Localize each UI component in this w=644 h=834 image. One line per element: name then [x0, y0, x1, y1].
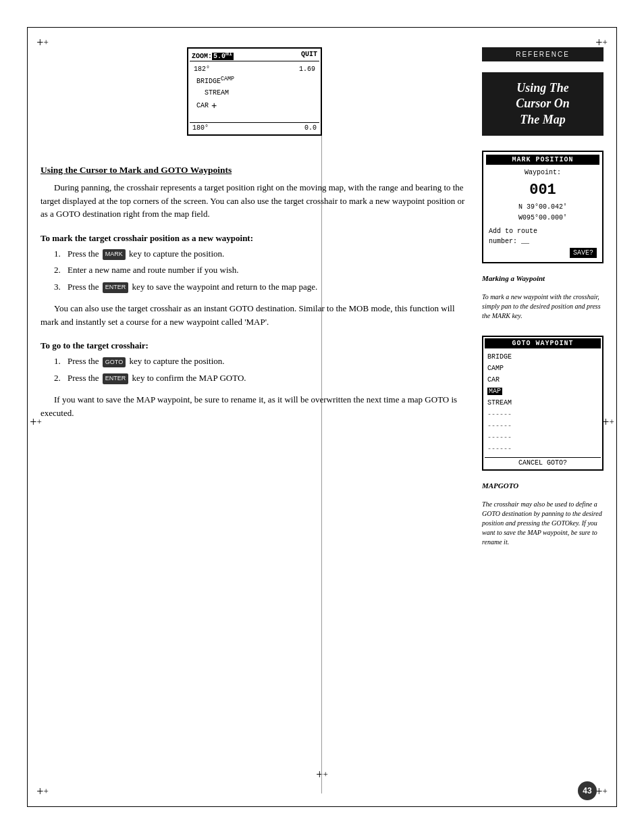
para1: During panning, the crosshair represents…	[41, 181, 468, 221]
map-item-stream: STREAM	[194, 88, 315, 99]
mapgoto-text: The crosshair may also be used to define…	[482, 500, 603, 547]
map-screenshot: ZOOM:5.0mi QUIT 182° 1.69 BRIDGECAMP STR…	[187, 47, 322, 136]
step-4: 1. Press the GOTO key to capture the pos…	[54, 355, 468, 368]
map-header: ZOOM:5.0mi QUIT	[190, 50, 319, 61]
waypoint-number: 001	[489, 178, 597, 202]
steps-list-1: 1. Press the MARK key to capture the pos…	[54, 247, 468, 297]
goto-item-bridge: BRIDGE	[487, 351, 598, 363]
cursor-crosshair: +	[211, 99, 217, 113]
goto-dash-2: ------	[487, 420, 598, 432]
step-1-text: Press the MARK key to capture the positi…	[68, 247, 224, 261]
step-4-text: Press the GOTO key to capture the positi…	[68, 355, 225, 368]
marking-waypoint-text: To mark a new waypoint with the crosshai…	[482, 292, 603, 321]
coord1: N 39°00.042'	[489, 202, 597, 213]
step-5-text: Press the ENTER key to confirm the MAP G…	[68, 371, 246, 385]
footer-bearing: 180°	[192, 124, 209, 132]
waypoint-label: Waypoint:	[489, 167, 597, 178]
map-item-bridge: BRIDGECAMP	[194, 75, 315, 87]
goto-dash-3: ------	[487, 432, 598, 443]
zoom-label: ZOOM:5.0mi	[192, 51, 234, 60]
step-4-num: 1.	[54, 355, 63, 368]
map-body: 182° 1.69 BRIDGECAMP STREAM CAR +	[190, 61, 319, 122]
title-line1: Using The	[516, 81, 569, 95]
corner-crosshair-tr: +	[596, 37, 607, 48]
save-btn: SAVE?	[570, 248, 597, 258]
footer-dist: 0.0	[304, 124, 317, 132]
map-bearing-row: 182° 1.69	[194, 64, 315, 75]
mark-key: MARK	[103, 249, 126, 260]
title-line2: Cursor On	[516, 97, 570, 110]
para2: You can also use the target crosshair as…	[41, 302, 468, 328]
right-column: REFERENCE Using The Cursor On The Map MA…	[482, 47, 603, 793]
goto-screen: GOTO WAYPOINT BRIDGE CAMP CAR MAP STREAM…	[482, 336, 603, 471]
page-border-left	[27, 27, 28, 807]
enter-key-1: ENTER	[103, 282, 129, 293]
step-5: 2. Press the ENTER key to confirm the MA…	[54, 371, 468, 385]
step-3-num: 3.	[54, 280, 63, 294]
mid-crosshair-right: +	[603, 417, 614, 427]
mark-position-body: Waypoint: 001 N 39°00.042' W095°00.000'	[486, 165, 599, 226]
route-label: Add to route	[486, 226, 599, 236]
reference-banner: REFERENCE	[482, 47, 603, 61]
goto-dash-4: ------	[487, 443, 598, 454]
page-border-top	[27, 27, 617, 28]
step-5-num: 2.	[54, 371, 63, 385]
route-val: number: __	[486, 236, 599, 246]
page-number: 43	[578, 781, 597, 800]
sub-heading-1: To mark the target crosshair position as…	[41, 233, 468, 244]
map-footer: 180° 0.0	[190, 122, 319, 133]
title-line3: The Map	[520, 113, 566, 126]
step-2: 2. Enter a new name and route number if …	[54, 263, 468, 277]
save-btn-row: SAVE?	[486, 246, 599, 259]
goto-dash-1: ------	[487, 409, 598, 420]
quit-label: QUIT	[301, 51, 317, 60]
zoom-value: 5.0mi	[212, 53, 234, 60]
mapgoto-heading: MAPGOTO	[482, 481, 603, 490]
map-items: BRIDGECAMP STREAM CAR +	[194, 75, 315, 113]
goto-item-car: CAR	[487, 374, 598, 386]
goto-item-stream: STREAM	[487, 397, 598, 409]
title-box: Using The Cursor On The Map	[482, 72, 603, 136]
goto-title: GOTO WAYPOINT	[485, 338, 601, 348]
step-2-text: Enter a new name and route number if you…	[68, 263, 238, 277]
goto-key: GOTO	[103, 357, 126, 368]
section-heading: Using the Cursor to Mark and GOTO Waypoi…	[41, 165, 468, 176]
step-3-text: Press the ENTER key to save the waypoint…	[68, 280, 317, 294]
left-column: ZOOM:5.0mi QUIT 182° 1.69 BRIDGECAMP STR…	[41, 47, 468, 793]
goto-item-map: MAP	[487, 386, 598, 397]
marking-waypoint-heading: Marking a Waypoint	[482, 274, 603, 282]
mark-position-title: MARK POSITION	[486, 155, 599, 165]
step-1-num: 1.	[54, 247, 63, 261]
step-2-num: 2.	[54, 263, 63, 277]
mark-position-screen: MARK POSITION Waypoint: 001 N 39°00.042'…	[482, 151, 603, 263]
step-1: 1. Press the MARK key to capture the pos…	[54, 247, 468, 261]
coord2: W095°00.000'	[489, 213, 597, 224]
cancel-goto-btn: CANCEL GOTO?	[485, 457, 601, 468]
map-item-car: CAR +	[194, 99, 315, 113]
title-text: Using The Cursor On The Map	[492, 80, 593, 128]
goto-item-camp: CAMP	[487, 363, 598, 374]
para3: If you want to save the MAP waypoint, be…	[41, 393, 468, 419]
corner-crosshair-tl: +	[37, 37, 48, 48]
goto-list: BRIDGE CAMP CAR MAP STREAM ------ ------…	[485, 348, 601, 457]
enter-key-2: ENTER	[103, 373, 129, 384]
steps-list-2: 1. Press the GOTO key to capture the pos…	[54, 355, 468, 388]
sub-heading-2: To go to the target crosshair:	[41, 340, 468, 351]
page-border-right	[616, 27, 617, 807]
step-3: 3. Press the ENTER key to save the waypo…	[54, 280, 468, 294]
distance-value: 1.69	[299, 64, 315, 75]
page-content: ZOOM:5.0mi QUIT 182° 1.69 BRIDGECAMP STR…	[41, 47, 603, 793]
page-border-bottom	[27, 806, 617, 807]
mid-crosshair-left: +	[30, 417, 41, 427]
bearing-value: 182°	[194, 64, 210, 75]
